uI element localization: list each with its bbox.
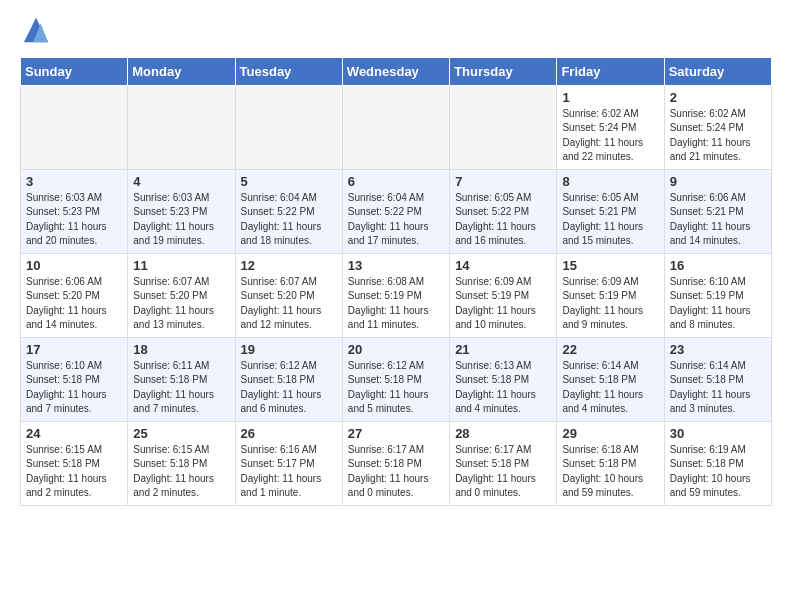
day-detail: Sunrise: 6:16 AM Sunset: 5:17 PM Dayligh… [241, 443, 337, 501]
day-detail: Sunrise: 6:13 AM Sunset: 5:18 PM Dayligh… [455, 359, 551, 417]
day-detail: Sunrise: 6:19 AM Sunset: 5:18 PM Dayligh… [670, 443, 766, 501]
day-header-wednesday: Wednesday [342, 57, 449, 85]
calendar-cell: 5Sunrise: 6:04 AM Sunset: 5:22 PM Daylig… [235, 169, 342, 253]
day-number: 1 [562, 90, 658, 105]
day-detail: Sunrise: 6:14 AM Sunset: 5:18 PM Dayligh… [670, 359, 766, 417]
calendar-cell: 20Sunrise: 6:12 AM Sunset: 5:18 PM Dayli… [342, 337, 449, 421]
calendar-week-3: 10Sunrise: 6:06 AM Sunset: 5:20 PM Dayli… [21, 253, 772, 337]
day-number: 17 [26, 342, 122, 357]
day-detail: Sunrise: 6:10 AM Sunset: 5:18 PM Dayligh… [26, 359, 122, 417]
day-number: 6 [348, 174, 444, 189]
day-detail: Sunrise: 6:04 AM Sunset: 5:22 PM Dayligh… [348, 191, 444, 249]
calendar-week-2: 3Sunrise: 6:03 AM Sunset: 5:23 PM Daylig… [21, 169, 772, 253]
day-number: 10 [26, 258, 122, 273]
day-header-thursday: Thursday [450, 57, 557, 85]
calendar-wrapper: SundayMondayTuesdayWednesdayThursdayFrid… [0, 57, 792, 516]
day-detail: Sunrise: 6:12 AM Sunset: 5:18 PM Dayligh… [241, 359, 337, 417]
day-detail: Sunrise: 6:07 AM Sunset: 5:20 PM Dayligh… [133, 275, 229, 333]
day-detail: Sunrise: 6:04 AM Sunset: 5:22 PM Dayligh… [241, 191, 337, 249]
day-detail: Sunrise: 6:07 AM Sunset: 5:20 PM Dayligh… [241, 275, 337, 333]
day-number: 3 [26, 174, 122, 189]
calendar-cell: 16Sunrise: 6:10 AM Sunset: 5:19 PM Dayli… [664, 253, 771, 337]
day-detail: Sunrise: 6:05 AM Sunset: 5:22 PM Dayligh… [455, 191, 551, 249]
day-number: 21 [455, 342, 551, 357]
calendar-cell: 25Sunrise: 6:15 AM Sunset: 5:18 PM Dayli… [128, 421, 235, 505]
calendar-cell: 15Sunrise: 6:09 AM Sunset: 5:19 PM Dayli… [557, 253, 664, 337]
calendar-cell: 13Sunrise: 6:08 AM Sunset: 5:19 PM Dayli… [342, 253, 449, 337]
calendar-cell: 23Sunrise: 6:14 AM Sunset: 5:18 PM Dayli… [664, 337, 771, 421]
day-number: 24 [26, 426, 122, 441]
calendar-cell: 3Sunrise: 6:03 AM Sunset: 5:23 PM Daylig… [21, 169, 128, 253]
calendar-cell: 7Sunrise: 6:05 AM Sunset: 5:22 PM Daylig… [450, 169, 557, 253]
day-number: 11 [133, 258, 229, 273]
day-number: 27 [348, 426, 444, 441]
day-detail: Sunrise: 6:03 AM Sunset: 5:23 PM Dayligh… [26, 191, 122, 249]
day-detail: Sunrise: 6:12 AM Sunset: 5:18 PM Dayligh… [348, 359, 444, 417]
day-detail: Sunrise: 6:05 AM Sunset: 5:21 PM Dayligh… [562, 191, 658, 249]
day-number: 8 [562, 174, 658, 189]
day-number: 7 [455, 174, 551, 189]
calendar-cell: 28Sunrise: 6:17 AM Sunset: 5:18 PM Dayli… [450, 421, 557, 505]
calendar-cell: 12Sunrise: 6:07 AM Sunset: 5:20 PM Dayli… [235, 253, 342, 337]
day-detail: Sunrise: 6:15 AM Sunset: 5:18 PM Dayligh… [133, 443, 229, 501]
calendar-cell: 18Sunrise: 6:11 AM Sunset: 5:18 PM Dayli… [128, 337, 235, 421]
day-number: 18 [133, 342, 229, 357]
calendar-cell: 14Sunrise: 6:09 AM Sunset: 5:19 PM Dayli… [450, 253, 557, 337]
day-number: 2 [670, 90, 766, 105]
calendar-cell: 11Sunrise: 6:07 AM Sunset: 5:20 PM Dayli… [128, 253, 235, 337]
calendar-cell: 22Sunrise: 6:14 AM Sunset: 5:18 PM Dayli… [557, 337, 664, 421]
day-header-tuesday: Tuesday [235, 57, 342, 85]
calendar-cell: 2Sunrise: 6:02 AM Sunset: 5:24 PM Daylig… [664, 85, 771, 169]
day-detail: Sunrise: 6:15 AM Sunset: 5:18 PM Dayligh… [26, 443, 122, 501]
logo-icon [22, 16, 50, 44]
calendar-cell [128, 85, 235, 169]
day-number: 15 [562, 258, 658, 273]
day-detail: Sunrise: 6:08 AM Sunset: 5:19 PM Dayligh… [348, 275, 444, 333]
day-detail: Sunrise: 6:03 AM Sunset: 5:23 PM Dayligh… [133, 191, 229, 249]
day-header-monday: Monday [128, 57, 235, 85]
day-detail: Sunrise: 6:02 AM Sunset: 5:24 PM Dayligh… [670, 107, 766, 165]
day-number: 16 [670, 258, 766, 273]
calendar-cell: 24Sunrise: 6:15 AM Sunset: 5:18 PM Dayli… [21, 421, 128, 505]
calendar-cell: 9Sunrise: 6:06 AM Sunset: 5:21 PM Daylig… [664, 169, 771, 253]
calendar-body: 1Sunrise: 6:02 AM Sunset: 5:24 PM Daylig… [21, 85, 772, 505]
day-number: 20 [348, 342, 444, 357]
day-header-saturday: Saturday [664, 57, 771, 85]
calendar-cell: 1Sunrise: 6:02 AM Sunset: 5:24 PM Daylig… [557, 85, 664, 169]
calendar-week-1: 1Sunrise: 6:02 AM Sunset: 5:24 PM Daylig… [21, 85, 772, 169]
calendar-cell: 27Sunrise: 6:17 AM Sunset: 5:18 PM Dayli… [342, 421, 449, 505]
calendar-cell: 10Sunrise: 6:06 AM Sunset: 5:20 PM Dayli… [21, 253, 128, 337]
day-detail: Sunrise: 6:02 AM Sunset: 5:24 PM Dayligh… [562, 107, 658, 165]
calendar-cell: 6Sunrise: 6:04 AM Sunset: 5:22 PM Daylig… [342, 169, 449, 253]
calendar-cell [235, 85, 342, 169]
day-detail: Sunrise: 6:09 AM Sunset: 5:19 PM Dayligh… [562, 275, 658, 333]
calendar-header-row: SundayMondayTuesdayWednesdayThursdayFrid… [21, 57, 772, 85]
day-number: 14 [455, 258, 551, 273]
calendar-cell: 19Sunrise: 6:12 AM Sunset: 5:18 PM Dayli… [235, 337, 342, 421]
calendar-cell: 21Sunrise: 6:13 AM Sunset: 5:18 PM Dayli… [450, 337, 557, 421]
day-detail: Sunrise: 6:17 AM Sunset: 5:18 PM Dayligh… [348, 443, 444, 501]
day-number: 5 [241, 174, 337, 189]
calendar-week-4: 17Sunrise: 6:10 AM Sunset: 5:18 PM Dayli… [21, 337, 772, 421]
calendar-cell: 29Sunrise: 6:18 AM Sunset: 5:18 PM Dayli… [557, 421, 664, 505]
day-number: 23 [670, 342, 766, 357]
calendar-table: SundayMondayTuesdayWednesdayThursdayFrid… [20, 57, 772, 506]
day-detail: Sunrise: 6:09 AM Sunset: 5:19 PM Dayligh… [455, 275, 551, 333]
page-header [0, 0, 792, 57]
day-detail: Sunrise: 6:17 AM Sunset: 5:18 PM Dayligh… [455, 443, 551, 501]
day-detail: Sunrise: 6:18 AM Sunset: 5:18 PM Dayligh… [562, 443, 658, 501]
day-number: 29 [562, 426, 658, 441]
day-number: 4 [133, 174, 229, 189]
logo [20, 16, 50, 49]
calendar-cell: 26Sunrise: 6:16 AM Sunset: 5:17 PM Dayli… [235, 421, 342, 505]
day-number: 26 [241, 426, 337, 441]
calendar-cell: 17Sunrise: 6:10 AM Sunset: 5:18 PM Dayli… [21, 337, 128, 421]
day-number: 9 [670, 174, 766, 189]
day-number: 25 [133, 426, 229, 441]
day-detail: Sunrise: 6:14 AM Sunset: 5:18 PM Dayligh… [562, 359, 658, 417]
calendar-cell [342, 85, 449, 169]
calendar-cell: 8Sunrise: 6:05 AM Sunset: 5:21 PM Daylig… [557, 169, 664, 253]
calendar-cell: 4Sunrise: 6:03 AM Sunset: 5:23 PM Daylig… [128, 169, 235, 253]
day-number: 28 [455, 426, 551, 441]
calendar-cell [450, 85, 557, 169]
